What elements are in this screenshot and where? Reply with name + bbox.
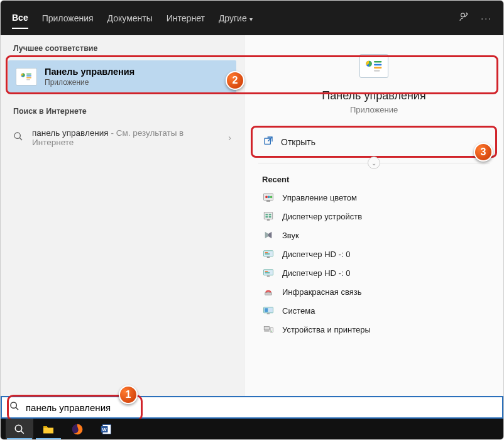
recent-item-label: Устройства и принтеры: [282, 325, 371, 334]
chevron-down-icon: ▾: [248, 16, 253, 23]
recent-item-icon: [262, 267, 275, 278]
svg-rect-24: [269, 214, 271, 215]
svg-rect-5: [26, 77, 31, 79]
preview-title: Панель управления: [257, 89, 491, 102]
open-label: Открыть: [281, 137, 315, 147]
svg-rect-29: [265, 252, 268, 253]
chevron-right-icon: ›: [228, 133, 231, 143]
svg-point-42: [271, 331, 273, 332]
recent-item-label: Управление цветом: [282, 193, 357, 202]
recent-item-label: Диспетчер HD -: 0: [282, 268, 350, 278]
svg-line-44: [16, 407, 18, 410]
svg-rect-12: [374, 64, 381, 66]
svg-rect-34: [265, 272, 270, 273]
svg-rect-3: [26, 74, 31, 75]
tab-internet[interactable]: Интернет: [167, 8, 205, 28]
tab-all[interactable]: Все: [12, 8, 28, 29]
web-search-text: панель управления - См. результаты в Инт…: [32, 128, 221, 147]
svg-rect-13: [374, 67, 381, 69]
annotation-badge-1: 1: [119, 385, 138, 404]
svg-point-0: [461, 13, 465, 17]
results-column: Лучшее соответствие Панель управления Пр…: [1, 35, 244, 396]
open-action[interactable]: Открыть: [253, 128, 495, 155]
tab-more[interactable]: Другие ▾: [219, 8, 253, 28]
search-tabs: Все Приложения Документы Интернет Другие…: [12, 8, 253, 29]
recent-item-icon: [262, 211, 275, 222]
svg-rect-23: [266, 214, 268, 215]
svg-text:W: W: [102, 426, 107, 432]
svg-rect-39: [264, 327, 269, 330]
recent-item-icon: [262, 286, 275, 297]
recent-item-label: Звук: [282, 231, 299, 240]
recent-item-icon: [262, 305, 275, 316]
svg-point-43: [11, 402, 16, 408]
control-panel-icon: [16, 68, 37, 85]
taskbar-explorer-button[interactable]: [35, 419, 62, 439]
annotation-badge-3: 3: [474, 143, 493, 162]
feedback-icon[interactable]: [458, 11, 469, 25]
svg-rect-11: [374, 61, 381, 63]
preview-column: Панель управления Приложение Открыть ⌄ R…: [244, 35, 503, 396]
best-match-subtitle: Приложение: [45, 78, 134, 87]
svg-rect-30: [265, 253, 270, 255]
svg-rect-1: [19, 72, 33, 82]
search-input[interactable]: [26, 402, 495, 413]
section-web-search: Поиск в Интернете: [1, 98, 244, 121]
section-best-match: Лучшее соответствие: [1, 35, 244, 58]
recent-item[interactable]: Система: [255, 301, 493, 320]
svg-line-8: [19, 138, 22, 140]
tab-documents[interactable]: Документы: [107, 8, 153, 28]
control-panel-icon: [359, 54, 388, 78]
svg-line-46: [21, 431, 24, 434]
preview-subtitle: Приложение: [257, 105, 491, 114]
search-bar[interactable]: [1, 396, 503, 419]
svg-rect-21: [264, 212, 273, 219]
recent-item-label: Диспетчер HD -: 0: [282, 250, 350, 259]
svg-point-18: [265, 195, 268, 198]
taskbar-word-button[interactable]: W: [92, 419, 120, 439]
open-icon: [263, 136, 273, 148]
best-match-title: Панель управления: [45, 67, 134, 77]
search-header: Все Приложения Документы Интернет Другие…: [1, 1, 503, 35]
recent-item-label: Диспетчер устройств: [282, 212, 362, 221]
taskbar-firefox-button[interactable]: [63, 419, 91, 439]
svg-rect-37: [267, 314, 270, 315]
recent-item[interactable]: Диспетчер устройств: [255, 207, 493, 226]
svg-rect-17: [266, 201, 270, 202]
svg-rect-4: [26, 75, 31, 77]
recent-item[interactable]: Управление цветом: [255, 188, 493, 207]
annotation-badge-2: 2: [226, 71, 244, 90]
expand-divider: ⌄: [258, 163, 490, 163]
svg-rect-40: [264, 330, 269, 332]
svg-rect-33: [265, 271, 268, 272]
chevron-down-icon[interactable]: ⌄: [368, 157, 380, 169]
svg-rect-32: [267, 276, 270, 277]
tab-apps[interactable]: Приложения: [42, 8, 94, 28]
recent-item[interactable]: Инфракрасная связь: [255, 282, 493, 301]
taskbar-search-button[interactable]: [6, 419, 33, 439]
svg-rect-35: [265, 292, 272, 295]
taskbar: W: [1, 419, 503, 439]
web-search-item[interactable]: панель управления - См. результаты в Инт…: [1, 121, 244, 155]
svg-rect-25: [266, 216, 268, 217]
recent-item-label: Система: [282, 306, 315, 316]
recent-item-icon: [262, 248, 275, 260]
more-options-icon[interactable]: ···: [481, 13, 492, 23]
svg-point-45: [15, 425, 22, 432]
recent-list: Управление цветомДиспетчер устройствЗвук…: [244, 188, 503, 339]
svg-rect-38: [265, 308, 268, 312]
recent-item[interactable]: Устройства и принтеры: [255, 320, 493, 339]
svg-rect-28: [267, 257, 270, 258]
search-icon: [9, 401, 19, 414]
recent-item-icon: [262, 229, 275, 241]
svg-rect-22: [267, 219, 270, 221]
best-match-item[interactable]: Панель управления Приложение: [8, 60, 236, 93]
recent-item[interactable]: Диспетчер HD -: 0: [255, 263, 493, 282]
search-icon: [13, 131, 25, 144]
recent-item[interactable]: Диспетчер HD -: 0: [255, 245, 493, 263]
section-recent: Recent: [244, 166, 503, 188]
recent-item-label: Инфракрасная связь: [282, 287, 361, 297]
svg-rect-9: [364, 58, 384, 73]
svg-point-20: [270, 195, 273, 198]
recent-item[interactable]: Звук: [255, 226, 493, 245]
